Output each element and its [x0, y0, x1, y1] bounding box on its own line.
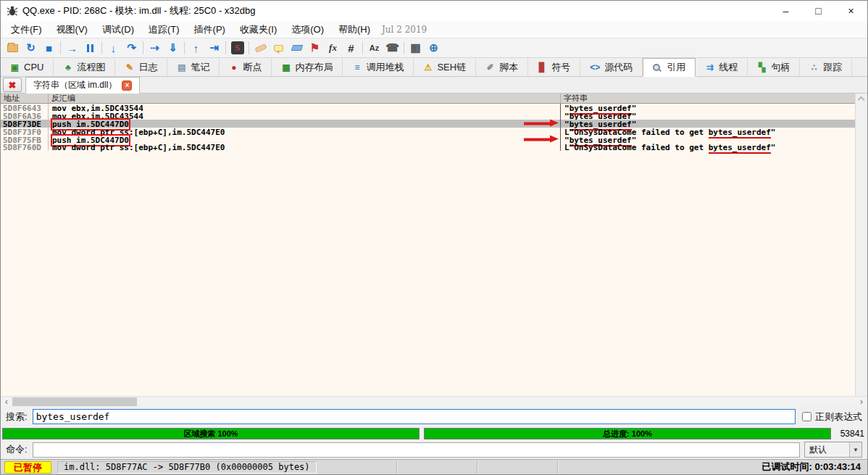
animate-icon[interactable]: S: [228, 40, 246, 56]
functions-icon[interactable]: fx: [324, 40, 342, 56]
tab-script[interactable]: ✐脚本: [476, 58, 528, 76]
tab-label: 脚本: [499, 61, 518, 74]
maximize-button[interactable]: □: [802, 1, 835, 21]
comments-icon[interactable]: [270, 40, 288, 56]
command-row: 命令: 默认 ▼: [1, 440, 867, 459]
stop-icon[interactable]: ■: [40, 40, 58, 56]
disasm-cell: mov dword ptr ss:[ebp+C],im.5DC447E0: [49, 128, 561, 136]
scrollbar-thumb[interactable]: [12, 397, 137, 406]
tab-handles[interactable]: ▚句柄: [748, 58, 800, 76]
tab-log[interactable]: ✎日志: [115, 58, 167, 76]
table-row[interactable]: 5D8F73F0mov dword ptr ss:[ebp+C],im.5DC4…: [1, 128, 855, 136]
tab-source[interactable]: <>源代码: [580, 58, 643, 76]
tab-label: 笔记: [191, 61, 209, 74]
run-to-selection-icon[interactable]: ⇢: [146, 40, 164, 56]
scroll-right-icon[interactable]: ›: [856, 397, 867, 407]
step-into-icon[interactable]: ↓: [104, 40, 122, 56]
preferences-case-icon[interactable]: Az: [365, 40, 383, 56]
command-label: 命令:: [6, 443, 28, 456]
tab-memory-map[interactable]: ▦内存布局: [272, 58, 343, 76]
tab-threads[interactable]: ⇉线程: [696, 58, 748, 76]
debug-time-value: 0:03:43:14: [814, 461, 861, 472]
animate-icon: S: [231, 41, 244, 54]
tab-label: 日志: [138, 61, 157, 74]
calculator-icon[interactable]: ▦: [406, 40, 425, 56]
table-row[interactable]: 5D8F75FBpush im.5DC447D0"bytes_userdef": [1, 136, 855, 144]
close-button[interactable]: ×: [835, 1, 867, 21]
menu-bar-items: 文件(F)视图(V)调试(D)追踪(T)插件(P)收藏夹(I)选项(O)帮助(H…: [4, 21, 377, 38]
bookmarks-icon[interactable]: ⚑: [306, 40, 324, 56]
trace-coverage-icon[interactable]: #: [342, 40, 360, 56]
disasm-cell: push im.5DC447D0: [49, 136, 561, 144]
status-separator: [557, 461, 558, 474]
tab-symbols[interactable]: ▊符号: [528, 58, 580, 76]
table-row[interactable]: 5D8F6A36mov ebx,im.5DC43544"bytes_userde…: [1, 112, 855, 120]
disasm-cell: mov ebx,im.5DC43544: [49, 112, 561, 120]
minimize-button[interactable]: –: [769, 1, 802, 21]
menu-plugins[interactable]: 插件(P): [187, 21, 233, 38]
menu-help[interactable]: 帮助(H): [331, 21, 377, 38]
memory-map-icon: ▦: [281, 62, 291, 73]
status-separator: [396, 461, 397, 474]
breakpoints-icon: ●: [229, 62, 238, 73]
tab-notes[interactable]: ▤笔记: [167, 58, 220, 76]
tab-breakpoints[interactable]: ●断点: [220, 58, 272, 76]
tab-cpu[interactable]: ▣CPU: [1, 58, 54, 76]
vertical-scrollbar[interactable]: [855, 94, 867, 396]
tab-label: 句柄: [771, 61, 790, 74]
scroll-left-icon[interactable]: ‹: [1, 397, 12, 407]
tab-references[interactable]: 引用: [643, 58, 696, 77]
command-input[interactable]: [33, 442, 800, 458]
attach-device-icon[interactable]: ☎: [383, 40, 401, 56]
globe-icon[interactable]: ⊕: [425, 40, 443, 56]
tab-seh[interactable]: ⚠SEH链: [414, 58, 476, 76]
menu-options[interactable]: 选项(O): [284, 21, 331, 38]
profile-dropdown[interactable]: 默认 ▼: [804, 442, 862, 458]
column-header-disassembly[interactable]: 反汇编: [49, 94, 561, 103]
horizontal-scrollbar[interactable]: ‹ ›: [1, 396, 867, 406]
comments-icon: [274, 45, 283, 51]
regex-checkbox[interactable]: [802, 412, 811, 421]
pause-icon[interactable]: [81, 40, 99, 56]
table-row[interactable]: 5D8F6643mov ebx,im.5DC43544"bytes_userde…: [1, 104, 855, 112]
step-over-icon[interactable]: ↷: [122, 40, 141, 56]
status-spacer: [317, 461, 759, 474]
table-row[interactable]: 5D8F73DEpush im.5DC447D0"bytes_userdef": [1, 120, 855, 128]
menu-debug[interactable]: 调试(D): [95, 21, 141, 38]
toolbar-separator: [362, 41, 363, 54]
regex-label: 正则表达式: [815, 410, 862, 424]
address-cell: 5D8F73DE: [1, 120, 49, 128]
status-paused-badge: 已暂停: [4, 461, 51, 474]
patch-icon[interactable]: [251, 40, 270, 56]
chevron-down-icon[interactable]: ▼: [849, 442, 861, 457]
close-tab-icon[interactable]: ×: [122, 80, 132, 91]
run-icon[interactable]: →: [63, 40, 81, 56]
profile-selected-value: 默认: [805, 444, 849, 456]
column-header-string[interactable]: 字符串: [561, 94, 855, 103]
labels-icon[interactable]: [288, 40, 306, 56]
region-search-progress-bar: 区域搜索 100%: [2, 428, 420, 439]
close-all-references-button[interactable]: ✖: [3, 78, 22, 92]
restart-icon[interactable]: ↻: [22, 40, 40, 56]
scroll-up-icon[interactable]: [858, 96, 865, 104]
execute-till-return-icon[interactable]: ⇓: [164, 40, 182, 56]
menu-file[interactable]: 文件(F): [4, 21, 49, 38]
step-out-icon[interactable]: ↑: [187, 40, 205, 56]
string-cell: L"OnSysDataCome failed to get bytes_user…: [561, 143, 855, 151]
tab-graph[interactable]: ♣流程图: [54, 58, 115, 76]
search-input[interactable]: [33, 409, 796, 424]
column-header-address[interactable]: 地址: [1, 94, 49, 103]
open-file-icon[interactable]: [4, 40, 22, 56]
status-message: im.dll: 5D8F77AC -> 5D8F77B0 (0x00000005…: [57, 461, 317, 474]
handles-icon: ▚: [757, 62, 767, 73]
tab-call-stack[interactable]: ≡调用堆栈: [343, 58, 414, 76]
red-arrow-annotation: [522, 120, 559, 128]
menu-view[interactable]: 视图(V): [49, 21, 95, 38]
tab-trace[interactable]: ∴跟踪: [800, 58, 852, 76]
subtab-label: 字符串（区域 im.dll）: [33, 79, 117, 91]
menu-favourites[interactable]: 收藏夹(I): [233, 21, 284, 38]
subtab-strings-region[interactable]: 字符串（区域 im.dll） ×: [25, 77, 140, 94]
menu-trace[interactable]: 追踪(T): [141, 21, 187, 38]
run-to-user-code-icon[interactable]: ⇥: [205, 40, 223, 56]
table-row[interactable]: 5D8F760Dmov dword ptr ss:[ebp+C],im.5DC4…: [1, 143, 855, 151]
